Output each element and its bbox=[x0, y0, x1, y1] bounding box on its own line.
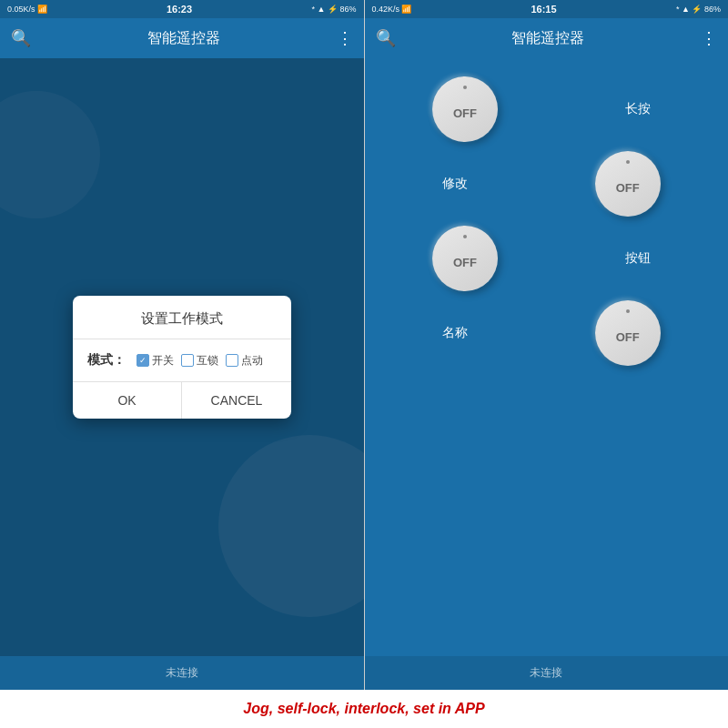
checkmark-1: ✓ bbox=[139, 357, 147, 365]
checkbox-dian-box[interactable] bbox=[226, 354, 238, 367]
dialog-overlay: 设置工作模式 模式： ✓ 开关 bbox=[0, 58, 364, 656]
checkbox-husuo-box[interactable] bbox=[181, 354, 194, 367]
dialog-title: 设置工作模式 bbox=[73, 296, 291, 339]
right-status-right: * ▲ ⚡ 86% bbox=[676, 5, 721, 14]
off-label-1: OFF bbox=[453, 106, 477, 120]
right-status-time: 16:15 bbox=[531, 4, 556, 15]
right-wifi-icon: 📶 bbox=[401, 5, 411, 14]
right-right-icons: * ▲ ⚡ 86% bbox=[676, 5, 721, 14]
off-button-4[interactable]: OFF bbox=[595, 300, 661, 366]
right-phone: 0.42K/s 📶 16:15 * ▲ ⚡ 86% 🔍 智能遥控器 ⋮ bbox=[365, 0, 729, 690]
right-bottom-status: 未连接 bbox=[365, 656, 729, 690]
btn-side-label-1: 长按 bbox=[615, 101, 661, 117]
right-search-icon[interactable]: 🔍 bbox=[376, 28, 396, 48]
main-container: 0.05K/s 📶 16:23 * ▲ ⚡ 86% 🔍 智能遥控器 ⋮ bbox=[0, 0, 728, 728]
btn-row-2: 修改 OFF bbox=[374, 151, 720, 217]
wifi-icon: 📶 bbox=[37, 5, 47, 14]
left-status-bar: 0.05K/s 📶 16:23 * ▲ ⚡ 86% bbox=[0, 0, 364, 18]
btn-side-label-2: 修改 bbox=[432, 176, 478, 192]
off-button-1[interactable]: OFF bbox=[432, 76, 498, 142]
caption-text: Jog, self-lock, interlock, set in APP bbox=[243, 701, 484, 716]
off-label-3: OFF bbox=[453, 256, 477, 269]
buttons-layout: OFF 长按 修改 OFF OFF 按钮 bbox=[365, 58, 729, 656]
dialog-body: 模式： ✓ 开关 互锁 bbox=[73, 339, 291, 382]
right-icons: * ▲ ⚡ 86% bbox=[312, 5, 357, 14]
left-phone: 0.05K/s 📶 16:23 * ▲ ⚡ 86% 🔍 智能遥控器 ⋮ bbox=[0, 0, 365, 690]
mode-label: 模式： bbox=[87, 352, 126, 369]
left-more-icon[interactable]: ⋮ bbox=[337, 28, 353, 48]
off-label-4: OFF bbox=[616, 330, 640, 344]
right-status-left: 0.42K/s 📶 bbox=[372, 5, 412, 14]
left-app-bar: 🔍 智能遥控器 ⋮ bbox=[0, 18, 364, 58]
right-status-bar: 0.42K/s 📶 16:15 * ▲ ⚡ 86% bbox=[365, 0, 729, 18]
off-label-2: OFF bbox=[616, 181, 640, 195]
checkbox-kaiguan[interactable]: ✓ 开关 bbox=[136, 353, 174, 369]
mode-row: 模式： ✓ 开关 互锁 bbox=[87, 352, 277, 369]
checkbox-kaiguan-box[interactable]: ✓ bbox=[136, 354, 149, 367]
btn-row-4: 名称 OFF bbox=[374, 300, 720, 366]
checkbox-dian-label: 点动 bbox=[241, 353, 263, 369]
checkbox-kaiguan-label: 开关 bbox=[152, 353, 174, 369]
right-app-title: 智能遥控器 bbox=[511, 29, 584, 48]
off-button-3[interactable]: OFF bbox=[432, 226, 498, 291]
btn-side-label-3: 按钮 bbox=[615, 250, 661, 267]
left-search-icon[interactable]: 🔍 bbox=[11, 28, 31, 48]
cancel-button[interactable]: CANCEL bbox=[182, 382, 291, 419]
btn-row-3: OFF 按钮 bbox=[374, 226, 720, 291]
checkbox-husuo-label: 互锁 bbox=[197, 353, 218, 369]
checkbox-husuo[interactable]: 互锁 bbox=[181, 353, 218, 369]
phones-row: 0.05K/s 📶 16:23 * ▲ ⚡ 86% 🔍 智能遥控器 ⋮ bbox=[0, 0, 728, 690]
left-phone-content: 设置工作模式 模式： ✓ 开关 bbox=[0, 58, 364, 656]
right-app-bar: 🔍 智能遥控器 ⋮ bbox=[365, 18, 729, 58]
btn-row-1: OFF 长按 bbox=[374, 76, 720, 142]
dialog-buttons: OK CANCEL bbox=[73, 382, 291, 419]
left-status-right: * ▲ ⚡ 86% bbox=[312, 5, 357, 14]
checkbox-dian[interactable]: 点动 bbox=[226, 353, 263, 369]
right-signal-text: 0.42K/s bbox=[372, 5, 400, 14]
caption-row: Jog, self-lock, interlock, set in APP bbox=[0, 690, 728, 728]
btn-side-label-4: 名称 bbox=[432, 325, 478, 341]
right-more-icon[interactable]: ⋮ bbox=[701, 28, 717, 48]
left-app-title: 智能遥控器 bbox=[147, 29, 220, 48]
left-status-left: 0.05K/s 📶 bbox=[7, 5, 47, 14]
left-bottom-status: 未连接 bbox=[0, 656, 364, 690]
ok-button[interactable]: OK bbox=[73, 382, 183, 419]
signal-text: 0.05K/s bbox=[7, 5, 35, 14]
off-button-2[interactable]: OFF bbox=[595, 151, 661, 217]
work-mode-dialog: 设置工作模式 模式： ✓ 开关 bbox=[73, 296, 291, 419]
left-status-time: 16:23 bbox=[167, 4, 192, 15]
